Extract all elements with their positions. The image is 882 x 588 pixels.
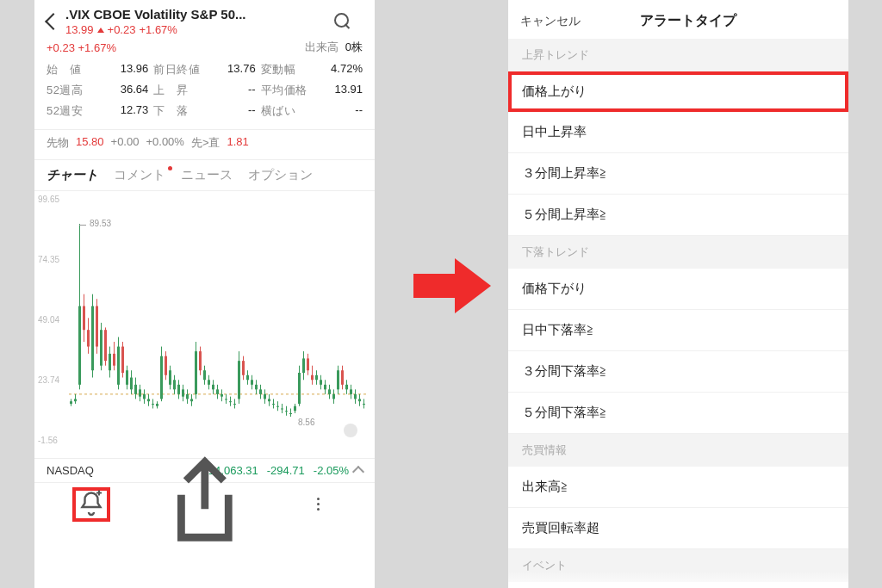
svg-rect-41 bbox=[143, 394, 146, 399]
alert-option[interactable]: 出来高≧ bbox=[508, 467, 848, 508]
svg-rect-13 bbox=[83, 306, 85, 331]
tab-comments[interactable]: コメント bbox=[114, 167, 165, 183]
alert-option[interactable]: ３分間下落率≧ bbox=[508, 351, 848, 393]
svg-rect-117 bbox=[307, 358, 309, 370]
avg-value: 13.91 bbox=[334, 83, 363, 98]
svg-rect-99 bbox=[268, 399, 270, 401]
svg-rect-83 bbox=[233, 404, 236, 405]
svg-rect-139 bbox=[354, 394, 357, 399]
fade-overlay bbox=[508, 571, 848, 588]
volume-label: 出来高 bbox=[305, 40, 339, 55]
svg-rect-135 bbox=[345, 385, 348, 390]
svg-rect-109 bbox=[289, 413, 292, 414]
lo52-value: 12.73 bbox=[121, 103, 149, 119]
svg-rect-119 bbox=[311, 375, 314, 381]
more-button[interactable] bbox=[261, 483, 375, 525]
svg-text:89.53: 89.53 bbox=[90, 219, 111, 228]
index-pct: -2.05% bbox=[314, 464, 349, 477]
open-label: 始 値 bbox=[47, 62, 82, 77]
alert-option[interactable]: 日中上昇率 bbox=[508, 112, 848, 153]
svg-rect-113 bbox=[298, 373, 301, 404]
svg-text:8.56: 8.56 bbox=[298, 418, 315, 427]
futures-pct: +0.00% bbox=[146, 135, 183, 151]
prev-close-label: 前日終値 bbox=[153, 62, 200, 77]
futures-gap-label: 先>直 bbox=[191, 135, 220, 151]
svg-rect-103 bbox=[276, 406, 279, 407]
volume-value: 0株 bbox=[345, 40, 363, 55]
hi52-label: 52週高 bbox=[47, 83, 83, 98]
svg-rect-67 bbox=[199, 351, 202, 370]
svg-rect-65 bbox=[195, 351, 197, 394]
alert-option[interactable]: 価格下がり bbox=[508, 269, 848, 310]
svg-text:99.65: 99.65 bbox=[38, 195, 59, 204]
svg-rect-17 bbox=[91, 306, 94, 371]
alert-button[interactable] bbox=[34, 483, 148, 525]
svg-rect-75 bbox=[216, 389, 219, 394]
tab-chart[interactable]: チャート bbox=[47, 167, 98, 183]
futures-change: +0.00 bbox=[111, 135, 140, 151]
svg-rect-89 bbox=[246, 375, 249, 381]
hi52-value: 36.64 bbox=[121, 83, 149, 98]
svg-rect-57 bbox=[177, 385, 180, 394]
svg-rect-25 bbox=[109, 354, 111, 370]
alert-option[interactable]: 売買回転率超 bbox=[508, 508, 848, 549]
svg-rect-77 bbox=[220, 394, 223, 397]
alert-type-screen: キャンセル アラートタイプ 上昇トレンド価格上がり日中上昇率３分間上昇率≧５分間… bbox=[508, 0, 848, 588]
range-label: 変動幅 bbox=[261, 62, 296, 77]
svg-rect-53 bbox=[169, 370, 171, 385]
down-label: 下 落 bbox=[153, 103, 189, 119]
svg-rect-97 bbox=[264, 394, 266, 399]
share-button[interactable] bbox=[148, 483, 262, 525]
alert-option[interactable]: 価格上がり bbox=[508, 71, 848, 112]
search-icon[interactable] bbox=[333, 12, 352, 31]
price-chart[interactable]: -1.5623.7449.0474.3599.6589.538.56 bbox=[34, 191, 375, 458]
lo52-label: 52週安 bbox=[47, 103, 83, 119]
svg-rect-55 bbox=[173, 380, 176, 389]
svg-rect-45 bbox=[152, 404, 154, 405]
svg-rect-85 bbox=[238, 361, 240, 399]
tab-news[interactable]: ニュース bbox=[181, 167, 233, 183]
more-vertical-icon bbox=[317, 498, 320, 511]
change-abs: +0.23 bbox=[108, 23, 136, 36]
svg-rect-101 bbox=[272, 404, 275, 405]
svg-rect-37 bbox=[134, 385, 137, 394]
up-value: -- bbox=[248, 83, 256, 98]
alert-option[interactable]: ５分間上昇率≧ bbox=[508, 195, 848, 236]
svg-text:23.74: 23.74 bbox=[38, 375, 59, 385]
stats-grid: 始 値13.96 前日終値13.76 変動幅4.72% 52週高36.64 上 … bbox=[34, 60, 375, 129]
svg-text:-1.56: -1.56 bbox=[38, 436, 58, 445]
svg-rect-121 bbox=[315, 375, 318, 381]
svg-rect-33 bbox=[126, 370, 128, 385]
svg-rect-19 bbox=[96, 306, 98, 347]
svg-rect-105 bbox=[281, 408, 283, 409]
section-header: 下落トレンド bbox=[508, 236, 848, 269]
up-label: 上 昇 bbox=[153, 83, 189, 98]
flat-value: -- bbox=[355, 103, 363, 119]
alert-option[interactable]: ５分間下落率≧ bbox=[508, 393, 848, 434]
change-line: +0.23 +1.67% bbox=[47, 41, 305, 54]
change-pct: +1.67% bbox=[139, 23, 177, 36]
alert-option[interactable]: ３分間上昇率≧ bbox=[508, 153, 848, 195]
avg-label: 平均価格 bbox=[261, 83, 307, 98]
futures-price: 15.80 bbox=[76, 135, 104, 151]
svg-rect-27 bbox=[113, 354, 115, 366]
svg-rect-39 bbox=[139, 389, 141, 396]
screen-title: アラートタイプ bbox=[539, 12, 836, 30]
tab-options[interactable]: オプション bbox=[248, 167, 313, 183]
open-value: 13.96 bbox=[121, 62, 149, 77]
price-subtitle: 13.99 +0.23 +1.67% bbox=[65, 23, 326, 36]
futures-gap-value: 1.81 bbox=[227, 135, 249, 151]
svg-rect-9 bbox=[74, 399, 77, 401]
svg-rect-111 bbox=[294, 406, 296, 412]
svg-rect-87 bbox=[242, 361, 245, 375]
section-header: 上昇トレンド bbox=[508, 39, 848, 71]
title-block: .VIX CBOE Volatility S&P 50... 13.99 +0.… bbox=[65, 7, 326, 36]
svg-rect-127 bbox=[328, 389, 331, 394]
alert-option[interactable]: 日中下落率≧ bbox=[508, 310, 848, 351]
svg-text:49.04: 49.04 bbox=[38, 315, 59, 325]
svg-rect-143 bbox=[363, 404, 365, 405]
futures-row: 先物 15.80 +0.00 +0.00% 先>直 1.81 bbox=[34, 129, 375, 159]
back-icon[interactable] bbox=[45, 11, 57, 32]
svg-rect-59 bbox=[182, 389, 184, 396]
futures-label: 先物 bbox=[47, 135, 69, 151]
